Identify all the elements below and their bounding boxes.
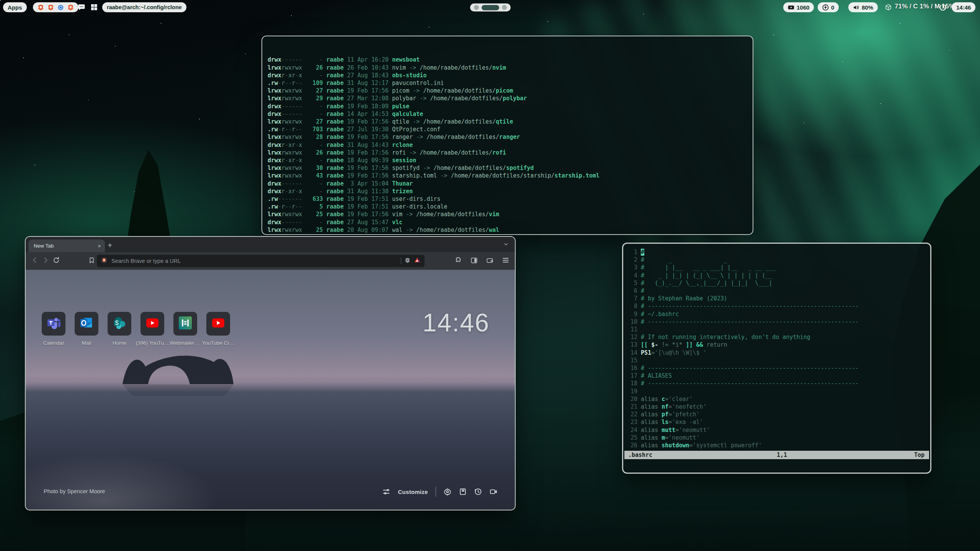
brave-rewards-bat-icon[interactable]	[414, 257, 421, 265]
extensions-puzzle-icon[interactable]	[455, 257, 462, 266]
sidebar-panel-icon[interactable]	[470, 257, 478, 266]
terminal-row: drwxr-xr-x - raabe 18 Aug 09:39 session	[268, 156, 747, 164]
url-bar[interactable]	[97, 255, 425, 267]
vim-line: 16# ------------------------------------…	[627, 364, 859, 372]
tab-close-icon[interactable]: ×	[98, 243, 101, 249]
terminal-row: lrwxrwxrwx 30 raabe 19 Feb 17:56 spotify…	[268, 164, 747, 172]
terminal-row: lrwxrwxrwx 29 raabe 27 Mar 12:08 polybar…	[268, 95, 747, 102]
vim-line: 5# (_)_.__/ \__,_|___/_| |_|_| \___|	[627, 279, 859, 287]
terminal-row: .rw-r--r-- 109 raabe 31 Aug 12:17 pavuco…	[268, 79, 747, 87]
brave-icon[interactable]	[38, 4, 44, 11]
ionos-webmail-icon	[179, 316, 192, 331]
apps-button[interactable]: Apps	[3, 2, 27, 12]
chromium-icon[interactable]	[57, 4, 64, 11]
windows-logo-icon[interactable]	[91, 4, 97, 12]
download-counter-pill[interactable]: 0	[818, 2, 839, 12]
shortcut-tile[interactable]	[42, 312, 65, 336]
terminal-row: lrwxrwxrwx 26 raabe 26 Feb 10:43 nvim ->…	[268, 64, 747, 72]
browser-window[interactable]: New Tab × +	[25, 236, 516, 510]
menu-hamburger-icon[interactable]	[502, 256, 510, 266]
vim-line: 10# ------------------------------------…	[627, 318, 859, 326]
terminal-row: lrwxrwxrwx 25 raabe 20 Aug 09:07 wal -> …	[268, 226, 747, 234]
terminal-row: lrwxrwxrwx 25 raabe 19 Feb 17:56 vim -> …	[268, 210, 747, 218]
reload-icon[interactable]	[51, 257, 62, 265]
tab-strip: New Tab × +	[26, 237, 515, 252]
vim-line: 11	[627, 326, 859, 333]
workspace-1[interactable]	[474, 5, 479, 10]
terminal-row: drwxr-xr-x - raabe 31 Aug 14:43 rclone	[268, 141, 747, 149]
power-icon[interactable]	[939, 3, 947, 13]
youtube-counter-pill[interactable]: 1060	[783, 2, 814, 12]
vim-window[interactable]: 1#2# _ _3# | |__ __ _ ___| |__ _ __ ___4…	[622, 243, 931, 474]
clock-pill: 14:46	[952, 2, 975, 12]
youtube-icon	[788, 4, 794, 11]
ntp-clock: 14:46	[423, 308, 490, 337]
vim-statusline: .bashrc 1,1 Top	[624, 451, 929, 459]
url-input[interactable]	[111, 258, 398, 264]
chat-bubble-icon[interactable]	[78, 3, 85, 13]
wallet-icon[interactable]	[486, 257, 493, 266]
shortcut-label: (396) YouTu…	[135, 340, 170, 346]
vim-line: 1#	[627, 248, 859, 256]
outlook-icon	[80, 316, 93, 331]
workspace-2-active[interactable]	[482, 5, 499, 10]
download-count: 0	[831, 4, 834, 11]
shortcut-tile[interactable]	[206, 312, 230, 336]
terminal-row: lrwxrwxrwx 27 raabe 19 Feb 17:56 qtile -…	[268, 118, 747, 126]
vim-line: 9# ~/.bashrc	[627, 310, 859, 318]
shortcut-label: Calendar	[36, 340, 71, 346]
shortcut-tile[interactable]	[140, 312, 164, 336]
workspace-3[interactable]	[502, 5, 507, 10]
video-camera-icon[interactable]	[490, 488, 497, 496]
terminal-row: lrwxrwxrwx 28 raabe 19 Feb 17:56 ranger …	[268, 133, 747, 141]
window-title-path[interactable]: raabe@arch:~/.config/rclone	[102, 2, 186, 12]
vim-line: 2# _ _	[627, 256, 859, 264]
shortcut-tile[interactable]	[75, 312, 98, 336]
teams-icon	[46, 316, 61, 331]
tab-search-chevron-icon[interactable]	[503, 241, 509, 248]
forward-icon[interactable]	[40, 257, 51, 265]
vim-line: 12# If not running interactively, don't …	[627, 333, 859, 341]
bookmarks-book-icon[interactable]	[459, 488, 467, 496]
ntp-bottom-bar: Customize	[382, 487, 497, 497]
terminal-output: drwx------ - raabe 11 Apr 16:20 newsboat…	[268, 56, 747, 235]
vim-line: 14PS1='[\u@\h \W]\$ '	[627, 349, 859, 357]
back-icon[interactable]	[29, 257, 40, 265]
tab-new-tab[interactable]: New Tab ×	[28, 240, 105, 252]
shortcut-tile[interactable]	[108, 312, 131, 336]
settings-gear-icon[interactable]	[444, 488, 451, 496]
shortcut-tile[interactable]	[173, 312, 197, 336]
speaker-icon	[853, 4, 859, 11]
new-tab-page: CalendarMailHome(396) YouTu…Webmailer …Y…	[26, 270, 515, 510]
terminal-row: lrwxrwxrwx 27 raabe 19 Feb 17:56 picom -…	[268, 87, 747, 95]
customize-sliders-icon[interactable]	[382, 488, 390, 496]
brave-shields-icon[interactable]	[404, 257, 411, 265]
youtube-icon	[212, 318, 225, 329]
bookmark-icon[interactable]	[86, 257, 97, 265]
photo-credit: Photo by Spencer Moore	[44, 488, 105, 494]
terminal-row: .rw-r--r-- 5 raabe 19 Feb 17:51 user-dir…	[268, 203, 747, 210]
vim-line: 13[[ $- != *i* ]] && return	[627, 341, 859, 349]
vim-scroll-indicator: Top	[914, 451, 924, 459]
vim-line: 17# ALIASES	[627, 372, 859, 380]
terminal-row: .rw-r--r-- 703 raabe 27 Jul 19:30 QtProj…	[268, 126, 747, 133]
shortcut-label: Mail	[69, 340, 104, 346]
vim-buffer[interactable]: 1#2# _ _3# | |__ __ _ ___| |__ _ __ ___4…	[627, 248, 859, 449]
vim-line: 8# -------------------------------------…	[627, 302, 859, 310]
volume-pill[interactable]: 80%	[848, 2, 878, 12]
vim-line: 23alias ls='exa -al'	[627, 418, 859, 426]
vim-line: 19	[627, 388, 859, 395]
vim-line: 4# _ | |_) | (_| \__ \ | | | | | (__	[627, 272, 859, 279]
customize-button[interactable]: Customize	[398, 489, 428, 495]
new-tab-button[interactable]: +	[108, 241, 112, 250]
brave-icon[interactable]	[67, 4, 74, 11]
volume-level: 80%	[862, 4, 873, 11]
terminal-window[interactable]: drwx------ - raabe 11 Apr 16:20 newsboat…	[261, 36, 753, 235]
top-bar: Apps raabe@arch:~/.config/rclone 1060 0	[0, 0, 980, 15]
tab-title: New Tab	[34, 243, 98, 249]
workspace-switcher[interactable]	[470, 3, 511, 11]
vim-line: 20alias c='clear'	[627, 395, 859, 403]
sharepoint-icon	[113, 316, 126, 331]
history-clock-icon[interactable]	[474, 488, 482, 496]
brave-icon[interactable]	[47, 4, 54, 11]
